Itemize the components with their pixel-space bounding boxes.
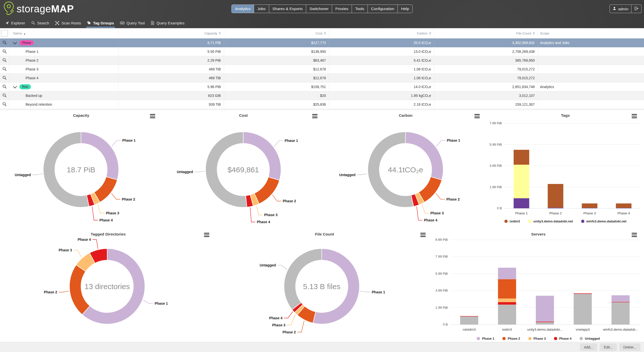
bar-segment-phase-4-vnetapp3[interactable] xyxy=(574,293,592,294)
search-icon xyxy=(31,21,35,25)
expander-chevron-icon[interactable] xyxy=(13,40,17,44)
legend-item-phase-2[interactable]: Phase 2 xyxy=(502,337,520,340)
delete-button[interactable]: Delete... xyxy=(619,343,640,351)
row-search-icon[interactable] xyxy=(2,94,7,98)
admin-button[interactable]: admin xyxy=(610,5,631,13)
chart-menu-icon[interactable] xyxy=(420,233,426,237)
bar-segment-phase-1-isidm3[interactable] xyxy=(498,268,516,279)
table-row-beyond-retention[interactable]: Beyond retention939 TiB$25,8362.16 tCO₂e… xyxy=(0,100,644,109)
chart-menu-icon[interactable] xyxy=(312,114,317,118)
legend-item-phase-1[interactable]: Phase 1 xyxy=(477,337,494,340)
bar-segment-winfs3-demo-datadobi-net-phase-3[interactable] xyxy=(582,208,597,208)
expander-chevron-icon[interactable] xyxy=(13,84,17,88)
table-row-phase-3[interactable]: Phase 3469 TiB$12,6781.08 tCO₂e79,015,27… xyxy=(0,65,644,74)
donut-segment-phase-2[interactable] xyxy=(254,177,279,204)
bar-segment-phase-2-isidm3[interactable] xyxy=(498,279,516,299)
tab-shares-exports[interactable]: Shares & Exports xyxy=(269,5,306,13)
chart-menu-icon[interactable] xyxy=(632,114,637,118)
bar-segment-phase-4-unity3-demo-datadobi[interactable] xyxy=(536,322,554,322)
bar-segment-phase-1-unity3-demo-datadobi[interactable] xyxy=(536,296,554,322)
bar-segment-winfs3-demo-datadobi-net-phase-2[interactable] xyxy=(548,208,563,208)
column-header-capacity[interactable]: Capacity xyxy=(118,28,224,38)
row-search-icon[interactable] xyxy=(2,68,7,72)
row-search-icon[interactable] xyxy=(2,103,7,107)
legend-item-unity3-demo-datadobi-net[interactable]: unity3.demo.datadobi.net xyxy=(528,219,573,223)
donut-label-phase-3: Phase 3 xyxy=(272,323,286,327)
bar-segment-isidm3-phase-1[interactable] xyxy=(514,150,529,165)
subnav-item-scan-roots[interactable]: Scan Roots xyxy=(52,18,84,28)
bar-segment-untagged-cdotdm3[interactable] xyxy=(460,317,478,325)
donut-label-line xyxy=(287,314,295,325)
chart-menu-icon[interactable] xyxy=(474,114,480,118)
legend-item-phase-4[interactable]: Phase 4 xyxy=(554,337,572,340)
chart-title-tagged-directories: Tagged Directories xyxy=(0,232,216,237)
tag-group-badge[interactable]: Phase xyxy=(19,40,34,45)
bar-segment-phase-4-winfs3-demo-datadob[interactable] xyxy=(612,302,630,302)
column-header-file-count[interactable]: File Count xyxy=(434,28,538,38)
chart-menu-icon[interactable] xyxy=(204,233,209,237)
edit-button[interactable]: Edit... xyxy=(600,343,617,351)
bar-segment-untagged-unity3-demo-datadobi[interactable] xyxy=(536,322,554,325)
bar-segment-phase-3-isidm3[interactable] xyxy=(498,298,516,302)
user-menu: admin xyxy=(610,5,641,13)
tab-configuration[interactable]: Configuration xyxy=(368,5,397,13)
bar-segment-isidm3-phase-4[interactable] xyxy=(616,204,631,208)
table-row-phase-2[interactable]: Phase 22.29 PiB$63,4675.41 tCO₂e385,769,… xyxy=(0,56,644,65)
logout-button[interactable] xyxy=(631,5,641,13)
tab-analytics[interactable]: Analytics xyxy=(232,5,254,13)
chart-menu-icon[interactable] xyxy=(150,114,155,118)
legend-item-untagged[interactable]: Untagged xyxy=(580,337,600,340)
select-all-box[interactable] xyxy=(1,30,8,37)
add-button[interactable]: Add... xyxy=(580,343,597,351)
donut-center-value: 13 directories xyxy=(85,282,130,291)
chart-menu-icon[interactable] xyxy=(632,233,637,237)
donut-label-line xyxy=(32,174,43,175)
legend-item-isidm3[interactable]: isidm3 xyxy=(504,219,520,223)
legend-item-phase-3[interactable]: Phase 3 xyxy=(528,337,546,340)
table-row-risk[interactable]: Risk5.96 PiB$158,75114.0 tCO₂e2,851,634,… xyxy=(0,83,644,91)
row-search-icon[interactable] xyxy=(2,42,7,46)
explorer-icon xyxy=(5,21,9,25)
scope-cell xyxy=(538,65,644,74)
column-header-cost[interactable]: Cost xyxy=(224,28,329,38)
column-header-scope[interactable]: Scope xyxy=(538,28,644,38)
bar-segment-unity3-demo-datadobi-net-phase-1[interactable] xyxy=(514,165,529,198)
table-row-backed-up[interactable]: Backed up823 GiB$201.85 kgCO₂e3,012,107 xyxy=(0,91,644,100)
table-row-phase-1[interactable]: Phase 15.50 PiB$138,95013.0 tCO₂e2,758,2… xyxy=(0,47,644,56)
tab-switchover[interactable]: Switchover xyxy=(306,5,332,13)
carbon-cell: 13.0 tCO₂e xyxy=(329,47,434,56)
bar-segment-untagged-vnetapp3[interactable] xyxy=(574,294,592,325)
bar-segment-isidm3-phase-3[interactable] xyxy=(582,204,597,208)
tag-group-badge[interactable]: Risk xyxy=(19,84,31,89)
bar-segment-untagged-winfs3-demo-datadob[interactable] xyxy=(612,302,630,325)
carbon-cell: 5.41 tCO₂e xyxy=(329,56,434,65)
column-header-carbon[interactable]: Carbon xyxy=(329,28,434,38)
tab-proxies[interactable]: Proxies xyxy=(332,5,352,13)
table-row-phase[interactable]: Phase8.71 PiB$227,77320.5 tCO₂e3,302,069… xyxy=(0,38,644,47)
bar-segment-phase-1-winfs3-demo-datadob[interactable] xyxy=(612,295,630,302)
tab-help[interactable]: Help xyxy=(397,5,412,13)
row-search-icon[interactable] xyxy=(2,59,7,63)
table-row-phase-4[interactable]: Phase 4469 TiB$12,6781.08 tCO₂e79,015,27… xyxy=(0,74,644,83)
bar-segment-winfs3-demo-datadobi-net-phase-1[interactable] xyxy=(514,198,529,208)
subnav-item-explorer[interactable]: Explorer xyxy=(2,18,28,28)
row-search-icon[interactable] xyxy=(2,86,7,90)
column-header-name[interactable]: Name▲ xyxy=(9,28,118,38)
bar-segment-phase-4-isidm3[interactable] xyxy=(498,302,516,305)
bar-segment-isidm3-phase-2[interactable] xyxy=(548,184,563,208)
tab-tools[interactable]: Tools xyxy=(352,5,368,13)
subnav-item-query-examples[interactable]: Query Examples xyxy=(148,18,187,28)
subnav-item-query-tool[interactable]: Query Tool xyxy=(117,18,148,28)
subnav-item-search[interactable]: Search xyxy=(28,18,52,28)
donut-segment-untagged[interactable] xyxy=(284,249,322,310)
donut-label-phase-3: Phase 3 xyxy=(264,213,277,217)
tab-jobs[interactable]: Jobs xyxy=(254,5,269,13)
bar-segment-untagged-isidm3[interactable] xyxy=(498,305,516,325)
legend-item-winfs3-demo-datadobi-net[interactable]: winfs3.demo.datadobi.net xyxy=(581,219,627,223)
bar-segment-winfs3-demo-datadobi-net-phase-4[interactable] xyxy=(616,208,631,208)
bar-segment-phase-4-cdotdm3[interactable] xyxy=(460,316,478,317)
scope-cell: Analytics and Jobs xyxy=(538,38,644,47)
row-search-icon[interactable] xyxy=(2,77,7,81)
row-search-icon[interactable] xyxy=(2,50,7,54)
subnav-item-tag-groups[interactable]: Tag Groups xyxy=(84,18,117,28)
